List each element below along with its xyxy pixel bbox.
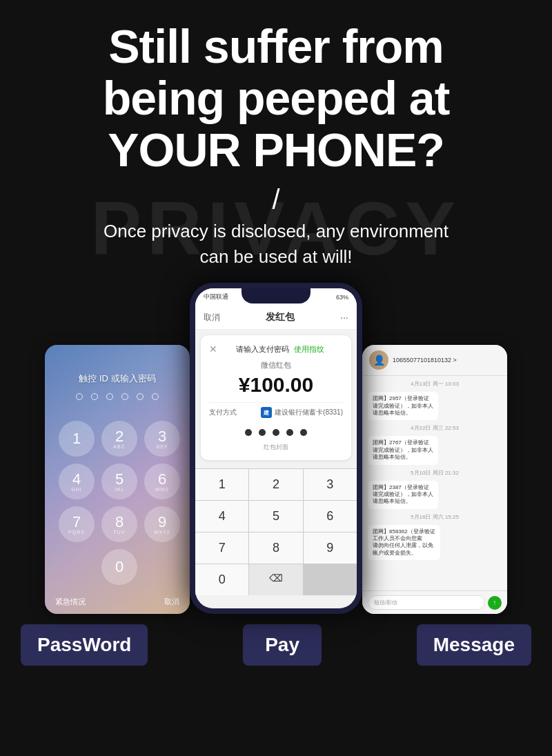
- pay-key-9[interactable]: 9: [304, 533, 357, 564]
- pwd-dot: [245, 429, 252, 436]
- header-section: Still suffer from being peeped at YOUR P…: [0, 0, 552, 182]
- main-headline: Still suffer from being peeped at YOUR P…: [28, 21, 524, 175]
- pwd-dot: [259, 429, 266, 436]
- phone-right: 👤 10655077101810132 > 4月13日 周一 13:03 团网】…: [362, 345, 507, 614]
- red-envelope-hint: 红包封面: [209, 443, 343, 452]
- method-label: 支付方式: [209, 408, 237, 417]
- lock-dots: [76, 393, 159, 400]
- msg-bubble-3: 团网】2387（登录验证请完成验证），如非本人请忽略本短信。: [368, 481, 438, 509]
- card-close[interactable]: ✕: [209, 344, 217, 355]
- key-8[interactable]: 8TUV: [101, 506, 137, 542]
- slash-separator: /: [28, 186, 524, 213]
- nav-more[interactable]: ···: [340, 312, 348, 323]
- key-1[interactable]: 1: [59, 421, 95, 457]
- msg-footer: 短信/彩信 ↑: [362, 590, 507, 614]
- pay-key-7[interactable]: 7: [195, 533, 248, 564]
- key-4[interactable]: 4GHI: [59, 464, 95, 499]
- lock-title: 触控 ID 或输入密码: [79, 372, 155, 385]
- sender-row: 👤 10655077101810132 >: [369, 350, 500, 370]
- card-header: ✕ 请输入支付密码 使用指纹: [209, 344, 343, 355]
- msg-date-3: 5月10日 周日 21:32: [368, 469, 502, 477]
- payment-method: 支付方式 建 建设银行储蓄卡(8331): [209, 402, 343, 422]
- bank-info: 建 建设银行储蓄卡(8331): [261, 407, 343, 418]
- pay-key-5[interactable]: 5: [249, 501, 302, 532]
- msg-input-placeholder: 短信/彩信: [374, 599, 397, 606]
- lock-dot: [76, 393, 83, 400]
- message-screen: 👤 10655077101810132 > 4月13日 周一 13:03 团网】…: [362, 345, 507, 614]
- pay-key-del[interactable]: ⌫: [249, 564, 302, 595]
- subtitle-text: Once privacy is disclosed, any environme…: [28, 219, 524, 269]
- bank-icon: 建: [261, 407, 272, 418]
- pay-key-6[interactable]: 6: [304, 501, 357, 532]
- msg-date-1: 4月13日 周一 13:03: [368, 380, 502, 388]
- pay-key-3[interactable]: 3: [304, 469, 357, 500]
- lock-dot: [121, 393, 128, 400]
- lock-footer-left: 紧急情况: [55, 597, 86, 607]
- message-list: 4月13日 周一 13:03 团网】2957（登录验证请完成验证），如非本人请忽…: [362, 376, 507, 590]
- payment-nav: 取消 发红包 ···: [195, 306, 357, 330]
- message-label-box: Message: [417, 624, 531, 666]
- payment-amount: ¥100.00: [209, 373, 343, 397]
- msg-date-2: 4月22日 周三 22:53: [368, 424, 502, 432]
- key-2[interactable]: 2ABC: [101, 421, 137, 457]
- bank-name: 建设银行储蓄卡(8331): [275, 408, 343, 417]
- payment-prompt: 请输入支付密码 使用指纹: [236, 344, 324, 355]
- phones-row: 触控 ID 或输入密码 1 2ABC 3DEF 4GHI: [0, 269, 552, 614]
- privacy-section: PRIVACY / Once privacy is disclosed, any…: [0, 186, 552, 269]
- phone-left: 触控 ID 或输入密码 1 2ABC 3DEF 4GHI: [45, 345, 190, 614]
- payment-screen: 中国联通 63% 取消 发红包 ··· ✕ 请输入支付密码 使用指: [195, 288, 357, 608]
- message-label: Message: [433, 634, 515, 655]
- nav-cancel[interactable]: 取消: [204, 312, 220, 324]
- pay-key-2[interactable]: 2: [249, 469, 302, 500]
- pwd-dot: [273, 429, 279, 436]
- password-label: PassWord: [37, 634, 131, 655]
- pay-key-0[interactable]: 0: [195, 564, 248, 595]
- pwd-dot: [286, 429, 293, 436]
- password-label-box: PassWord: [21, 624, 148, 666]
- msg-bubble-4: 团网】858362（登录验证工作人员不会向您索请勿向任何人泄露，以免账户或资金损…: [368, 525, 440, 561]
- key-0[interactable]: 0: [101, 549, 137, 585]
- msg-header: 👤 10655077101810132 >: [362, 345, 507, 376]
- msg-bubble-1: 团网】2957（登录验证请完成验证），如非本人请忽略本短信。: [368, 392, 438, 420]
- keypad: 1 2ABC 3DEF 4GHI 5JKL 6MNO 7PQRS 8TUV 9W…: [45, 421, 190, 585]
- pay-key-1[interactable]: 1: [195, 469, 248, 500]
- sender-info: 10655077101810132 >: [393, 357, 457, 364]
- lock-footer-right: 取消: [164, 597, 179, 607]
- payment-keypad: 1 2 3 4 5 6 7 8 9 0 ⌫: [195, 468, 357, 595]
- phone-center: 中国联通 63% 取消 发红包 ··· ✕ 请输入支付密码 使用指: [190, 283, 362, 614]
- lock-dot: [91, 393, 98, 400]
- payment-card: ✕ 请输入支付密码 使用指纹 微信红包 ¥100.00 支付方式: [201, 335, 351, 460]
- pay-label: Pay: [265, 634, 299, 655]
- pay-key-4[interactable]: 4: [195, 501, 248, 532]
- pay-label-box: Pay: [243, 624, 322, 666]
- pwd-dot: [300, 429, 307, 436]
- lock-footer: 紧急情况 取消: [45, 597, 190, 607]
- msg-date-4: 5月16日 周六 15:25: [368, 513, 502, 521]
- lock-dot: [106, 393, 113, 400]
- msg-send-button[interactable]: ↑: [488, 596, 502, 610]
- finger-link[interactable]: 使用指纹: [294, 345, 324, 353]
- battery: 63%: [336, 294, 348, 301]
- payment-type: 微信红包: [209, 360, 343, 370]
- msg-bubble-2: 团网】2767（登录验证请完成验证），如非本人请忽略本短信。: [368, 436, 438, 464]
- key-3[interactable]: 3DEF: [144, 421, 180, 457]
- pay-key-8[interactable]: 8: [249, 533, 302, 564]
- password-dots: [209, 422, 343, 443]
- bottom-labels: PassWord Pay Message: [0, 614, 552, 686]
- lock-screen: 触控 ID 或输入密码 1 2ABC 3DEF 4GHI: [45, 345, 190, 614]
- key-6[interactable]: 6MNO: [144, 464, 180, 499]
- key-9[interactable]: 9WXYZ: [144, 506, 180, 542]
- key-7[interactable]: 7PQRS: [59, 506, 95, 542]
- msg-avatar: 👤: [369, 350, 388, 370]
- phone-notch: [241, 288, 310, 304]
- lock-dot: [152, 393, 159, 400]
- page-wrapper: Still suffer from being peeped at YOUR P…: [0, 0, 552, 756]
- msg-input[interactable]: 短信/彩信: [368, 595, 485, 610]
- carrier: 中国联通: [204, 292, 228, 301]
- lock-dot: [137, 393, 144, 400]
- nav-title: 发红包: [266, 311, 295, 324]
- key-5[interactable]: 5JKL: [101, 464, 137, 499]
- lock-screen-content: 触控 ID 或输入密码 1 2ABC 3DEF 4GHI: [45, 345, 190, 585]
